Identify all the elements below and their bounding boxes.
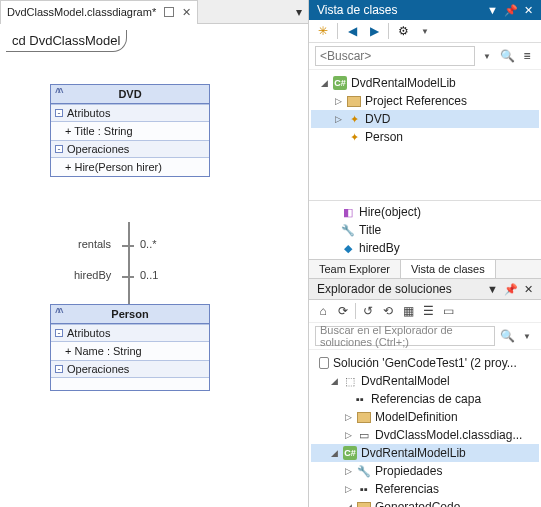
solution-explorer-title-bar: Explorador de soluciones ▼ 📌 ✕: [309, 279, 541, 300]
assoc-mult: 0..*: [140, 238, 157, 250]
operation[interactable]: + Hire(Person hirer): [65, 161, 162, 173]
preview-icon[interactable]: ▭: [440, 303, 456, 319]
back-icon[interactable]: ◀: [344, 23, 360, 39]
thumbnail-icon[interactable]: [164, 7, 174, 17]
tree-node-lib[interactable]: ◢C#DvdRentalModelLib: [311, 444, 539, 462]
class-view-toolbar: ✳ ◀ ▶ ⚙ ▼: [309, 20, 541, 43]
member-hire[interactable]: ◧Hire(object): [309, 203, 541, 221]
class-view-title-bar: Vista de clases ▼ 📌 ✕: [309, 0, 541, 20]
class-name: Person: [111, 308, 148, 320]
tree-node-lib[interactable]: ◢C#DvdRentalModelLib: [311, 74, 539, 92]
tree-node-solution[interactable]: Solución 'GenCodeTest1' (2 proy...: [311, 354, 539, 372]
document-tab-label: DvdClassModel.classdiagram*: [7, 6, 156, 18]
close-icon[interactable]: ✕: [524, 4, 533, 17]
show-all-icon[interactable]: ▦: [400, 303, 416, 319]
tab-team-explorer[interactable]: Team Explorer: [309, 260, 401, 278]
uml-class-dvd[interactable]: ^^DVD -Atributos + Title : String -Opera…: [50, 84, 210, 177]
references-icon: ▪▪: [357, 482, 371, 496]
document-tab-bar: DvdClassModel.classdiagram* ✕ ▾: [0, 0, 308, 24]
bottom-tabs: Team Explorer Vista de clases: [309, 259, 541, 279]
diagram-icon: ▭: [357, 428, 371, 442]
project-icon: ⬚: [343, 374, 357, 388]
tree-node-projref[interactable]: ▷Project References: [311, 92, 539, 110]
chevron-up-icon[interactable]: ^^: [55, 307, 61, 318]
chevron-down-icon[interactable]: ▼: [519, 328, 535, 344]
attribute[interactable]: + Title : String: [65, 125, 133, 137]
folder-icon: [357, 410, 371, 424]
tree-node-classdiag[interactable]: ▷▭DvdClassModel.classdiag...: [311, 426, 539, 444]
close-icon[interactable]: ✕: [182, 6, 191, 19]
field-icon: ◆: [341, 241, 355, 255]
class-name: DVD: [118, 88, 141, 100]
section-label: Operaciones: [67, 363, 129, 375]
tab-class-view[interactable]: Vista de clases: [401, 260, 496, 278]
document-tab[interactable]: DvdClassModel.classdiagram* ✕: [0, 0, 198, 24]
solution-search-input[interactable]: Buscar en el Explorador de soluciones (C…: [315, 326, 495, 346]
section-label: Atributos: [67, 107, 110, 119]
search-icon[interactable]: 🔍: [499, 328, 515, 344]
class-icon: ✦: [347, 112, 361, 126]
tree-node-refs[interactable]: ▷▪▪Referencias: [311, 480, 539, 498]
class-view-search: ▼ 🔍 ≡: [309, 43, 541, 70]
collapse-icon[interactable]: -: [55, 365, 63, 373]
assoc-role: hiredBy: [74, 269, 111, 281]
collapse-icon[interactable]: -: [55, 329, 63, 337]
window-dropdown-icon[interactable]: ▼: [487, 283, 498, 296]
tree-node-gencode[interactable]: ◢GeneratedCode: [311, 498, 539, 507]
diagram-title: cd DvdClassModel: [6, 30, 127, 52]
collapse-icon[interactable]: -: [55, 145, 63, 153]
uml-class-person[interactable]: ^^Person -Atributos + Name : String -Ope…: [50, 304, 210, 391]
solution-search: Buscar en el Explorador de soluciones (C…: [309, 323, 541, 350]
settings-icon[interactable]: ⚙: [395, 23, 411, 39]
tree-node-refcapa[interactable]: ▪▪Referencias de capa: [311, 390, 539, 408]
member-title[interactable]: 🔧Title: [309, 221, 541, 239]
solution-icon: [319, 357, 329, 369]
assoc-tick: [122, 276, 134, 278]
tree-node-model[interactable]: ◢⬚DvdRentalModel: [311, 372, 539, 390]
chevron-down-icon[interactable]: ▼: [417, 23, 433, 39]
attribute[interactable]: + Name : String: [65, 345, 142, 357]
search-icon[interactable]: 🔍: [499, 48, 515, 64]
tree-node-dvd[interactable]: ▷✦DVD: [311, 110, 539, 128]
search-input[interactable]: [315, 46, 475, 66]
tree-node-props[interactable]: ▷🔧Propiedades: [311, 462, 539, 480]
class-diagram-canvas[interactable]: cd DvdClassModel ^^DVD -Atributos + Titl…: [0, 24, 308, 507]
class-view-tree: ◢C#DvdRentalModelLib ▷Project References…: [309, 70, 541, 200]
panel-title: Explorador de soluciones: [317, 282, 452, 296]
solution-explorer-toolbar: ⌂ ⟳ ↺ ⟲ ▦ ☰ ▭: [309, 300, 541, 323]
property-icon: 🔧: [341, 223, 355, 237]
panel-title: Vista de clases: [317, 3, 398, 17]
layer-icon: ▪▪: [353, 392, 367, 406]
assoc-tick: [122, 245, 134, 247]
chevron-down-icon[interactable]: ▼: [479, 48, 495, 64]
assoc-mult: 0..1: [140, 269, 158, 281]
pin-icon[interactable]: 📌: [504, 283, 518, 296]
collapse-icon[interactable]: -: [55, 109, 63, 117]
association-line[interactable]: [128, 222, 130, 304]
assoc-role: rentals: [78, 238, 111, 250]
collapse-icon[interactable]: ⟳: [335, 303, 351, 319]
class-view-members: ◧Hire(object) 🔧Title ◆hiredBy: [309, 200, 541, 259]
chevron-up-icon[interactable]: ^^: [55, 87, 61, 98]
section-label: Atributos: [67, 327, 110, 339]
sync-icon[interactable]: ↺: [360, 303, 376, 319]
forward-icon[interactable]: ▶: [366, 23, 382, 39]
class-icon: ✦: [347, 130, 361, 144]
refresh-icon[interactable]: ⟲: [380, 303, 396, 319]
folder-icon: [357, 500, 371, 507]
window-dropdown-icon[interactable]: ▼: [487, 4, 498, 17]
new-folder-icon[interactable]: ✳: [315, 23, 331, 39]
solution-tree: Solución 'GenCodeTest1' (2 proy... ◢⬚Dvd…: [309, 350, 541, 507]
folder-icon: [347, 94, 361, 108]
tree-node-person[interactable]: ✦Person: [311, 128, 539, 146]
close-icon[interactable]: ✕: [524, 283, 533, 296]
tree-node-modeldef[interactable]: ▷ModelDefinition: [311, 408, 539, 426]
filter-icon[interactable]: ≡: [519, 48, 535, 64]
section-label: Operaciones: [67, 143, 129, 155]
pin-icon[interactable]: 📌: [504, 4, 518, 17]
properties-icon[interactable]: ☰: [420, 303, 436, 319]
wrench-icon: 🔧: [357, 464, 371, 478]
tab-dropdown-icon[interactable]: ▾: [290, 5, 308, 19]
home-icon[interactable]: ⌂: [315, 303, 331, 319]
member-hiredby[interactable]: ◆hiredBy: [309, 239, 541, 257]
